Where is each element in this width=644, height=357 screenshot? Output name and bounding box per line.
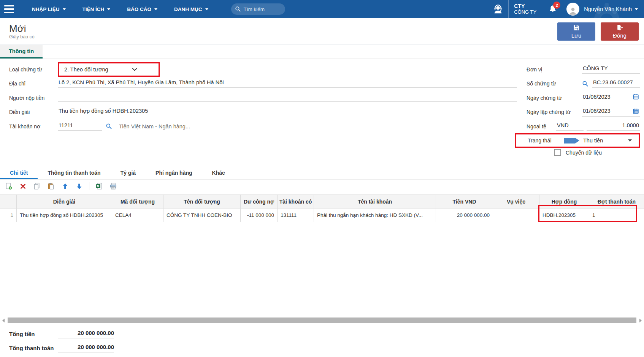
add-row-button[interactable] xyxy=(5,182,13,190)
lookup-icon[interactable] xyxy=(106,123,112,130)
menu-danh-muc[interactable]: DANH MỤC xyxy=(167,0,215,18)
copy-row-button[interactable] xyxy=(33,182,41,190)
cell-ma-doi-tuong[interactable]: CELA4 xyxy=(112,209,163,222)
dia-chi-input[interactable]: Lô 2, KCN Phú Thị, Xã Phú Thị, Huyện Gia… xyxy=(58,79,517,88)
tab-thong-tin-thanh-toan[interactable]: Thông tin thanh toán xyxy=(38,166,110,179)
cell-hop-dong[interactable]: HDBH.202305 xyxy=(539,209,589,222)
cell-dot-thanh-toan[interactable]: 1 xyxy=(589,209,644,222)
calendar-icon[interactable] xyxy=(633,93,639,100)
menu-tien-ich[interactable]: TIỆN ÍCH xyxy=(76,0,117,18)
nguoi-nop-tien-input[interactable] xyxy=(58,94,517,102)
grid-header[interactable]: Tiền VND xyxy=(436,194,493,209)
ty-gia-input[interactable]: 1.0000 xyxy=(587,122,640,131)
chevron-down-icon xyxy=(205,8,208,10)
save-button-label: Lưu xyxy=(571,32,582,39)
notifications-button[interactable]: 2 xyxy=(542,0,563,18)
tai-khoan-no-description: Tiền Việt Nam - Ngân hàng... xyxy=(119,123,190,130)
ngay-chung-tu-input[interactable]: 01/06/2023 xyxy=(582,93,640,102)
tab-phi-ngan-hang[interactable]: Phí ngân hàng xyxy=(146,166,202,179)
tab-thong-tin[interactable]: Thông tin xyxy=(0,45,43,58)
field-label-dien-giai: Diễn giải xyxy=(0,109,58,115)
cell-vu-viec[interactable] xyxy=(493,209,539,222)
company-name: CÔNG TY xyxy=(514,9,536,15)
cell-tai-khoan-co[interactable]: 131111 xyxy=(278,209,314,222)
search-input[interactable]: Tìm kiếm xyxy=(231,3,285,15)
scroll-left-button[interactable] xyxy=(0,317,7,324)
delete-row-button[interactable] xyxy=(19,182,27,190)
scrollbar-thumb[interactable] xyxy=(8,318,636,323)
grid-header-row: Diễn giải Mã đối tượng Tên đối tượng Dư … xyxy=(0,194,644,209)
arrow-down-icon xyxy=(76,183,83,190)
trang-thai-dropdown[interactable]: Trạng thái Thu tiền xyxy=(515,133,640,148)
top-navigation: NHẬP LIỆU TIỆN ÍCH BÁO CÁO DANH MỤC xyxy=(25,0,215,18)
close-button-label: Đóng xyxy=(613,32,627,39)
menu-label: BÁO CÁO xyxy=(127,6,151,12)
move-down-button[interactable] xyxy=(75,182,83,190)
grid-header[interactable]: Tên đối tượng xyxy=(163,194,241,209)
main-tab-bar: Thông tin xyxy=(0,45,644,59)
field-label-don-vi: Đơn vị xyxy=(527,66,582,73)
scroll-right-button[interactable] xyxy=(637,317,644,324)
cell-dien-giai[interactable]: Thu tiền hợp đồng số HDBH.202305 xyxy=(17,209,112,222)
notification-badge: 2 xyxy=(553,2,560,9)
menu-bao-cao[interactable]: BÁO CÁO xyxy=(120,0,164,18)
search-placeholder: Tìm kiếm xyxy=(244,6,265,12)
so-chung-tu-input[interactable]: BC.23.06.00027 xyxy=(592,79,640,88)
save-button[interactable]: Lưu xyxy=(557,22,595,41)
grid-row[interactable]: 1 Thu tiền hợp đồng số HDBH.202305 CELA4… xyxy=(0,209,644,222)
user-menu-caret-icon[interactable] xyxy=(635,8,638,10)
hamburger-menu-icon[interactable] xyxy=(0,0,17,18)
lookup-icon[interactable] xyxy=(582,81,588,87)
cell-du-cong-no[interactable]: -11 000 000 xyxy=(241,209,278,222)
chevron-down-icon xyxy=(132,68,137,71)
field-label-tai-khoan-no: Tài khoản nợ xyxy=(0,123,58,130)
print-button[interactable] xyxy=(109,182,117,190)
export-excel-button[interactable] xyxy=(95,182,103,190)
tai-khoan-no-input[interactable]: 11211 xyxy=(58,122,102,131)
paste-row-button[interactable] xyxy=(47,182,55,190)
support-button[interactable] xyxy=(488,0,508,18)
close-button[interactable]: Đóng xyxy=(601,22,639,41)
grid-toolbar xyxy=(0,180,644,193)
topbar: NHẬP LIỆU TIỆN ÍCH BÁO CÁO DANH MỤC Tìm … xyxy=(0,0,644,18)
dien-giai-input[interactable]: Thu tiền hợp đồng số HDBH.202305 xyxy=(58,108,517,116)
field-label-ngay-chung-tu: Ngày chứng từ xyxy=(527,95,582,101)
move-up-button[interactable] xyxy=(61,182,69,190)
cell-tien-vnd[interactable]: 20 000 000.00 xyxy=(436,209,493,222)
tab-khac[interactable]: Khác xyxy=(202,166,235,179)
tab-chi-tiet[interactable]: Chi tiết xyxy=(0,166,38,179)
tab-ty-gia[interactable]: Tỷ giá xyxy=(111,166,146,179)
delete-row-icon xyxy=(20,183,26,190)
tong-tien-label: Tổng tiền xyxy=(0,331,58,337)
calendar-icon[interactable] xyxy=(633,108,639,114)
page-header: Mới Giấy báo có Lưu Đóng xyxy=(0,18,644,45)
cell-ten-doi-tuong[interactable]: CÔNG TY TNHH COEN-BIO xyxy=(163,209,241,222)
don-vi-input[interactable]: CÔNG TY xyxy=(582,65,640,74)
company-selector[interactable]: CTY CÔNG TY xyxy=(509,3,542,15)
menu-nhap-lieu[interactable]: NHẬP LIỆU xyxy=(25,0,73,18)
exit-icon xyxy=(616,24,623,32)
cell-ten-tai-khoan[interactable]: Phải thu ngắn hạn khách hàng: HĐ SXKD (V… xyxy=(314,209,436,222)
grid-header[interactable]: Tên tài khoản xyxy=(314,194,436,209)
ngoai-te-input[interactable]: VND xyxy=(556,122,584,131)
search-icon xyxy=(235,6,241,12)
grid-header-index xyxy=(0,194,17,209)
ngay-lap-chung-tu-input[interactable]: 01/06/2023 xyxy=(582,108,640,117)
grid-header[interactable]: Hợp đồng xyxy=(539,194,589,209)
chuyen-du-lieu-checkbox[interactable] xyxy=(554,149,561,156)
avatar[interactable] xyxy=(566,3,579,16)
grid-header[interactable]: Mã đối tượng xyxy=(112,194,163,209)
grid-header[interactable]: Dư công nợ xyxy=(241,194,278,209)
dropdown-caret-icon xyxy=(628,139,632,142)
horizontal-scrollbar[interactable] xyxy=(0,317,644,324)
grid-header[interactable]: Đợt thanh toán xyxy=(589,194,644,209)
tong-thanh-toan-label: Tổng thanh toán xyxy=(0,345,58,351)
grid-header[interactable]: Tài khoản có xyxy=(278,194,314,209)
menu-label: DANH MỤC xyxy=(174,6,202,12)
user-name[interactable]: Nguyễn Văn Khánh xyxy=(584,6,632,12)
company-code: CTY xyxy=(514,3,536,9)
grid-header[interactable]: Vụ việc xyxy=(493,194,539,209)
loai-chung-tu-select[interactable]: 2. Theo đối tượng xyxy=(58,62,160,77)
tong-thanh-toan-value: 20 000 000.00 xyxy=(58,344,114,352)
grid-header[interactable]: Diễn giải xyxy=(17,194,112,209)
